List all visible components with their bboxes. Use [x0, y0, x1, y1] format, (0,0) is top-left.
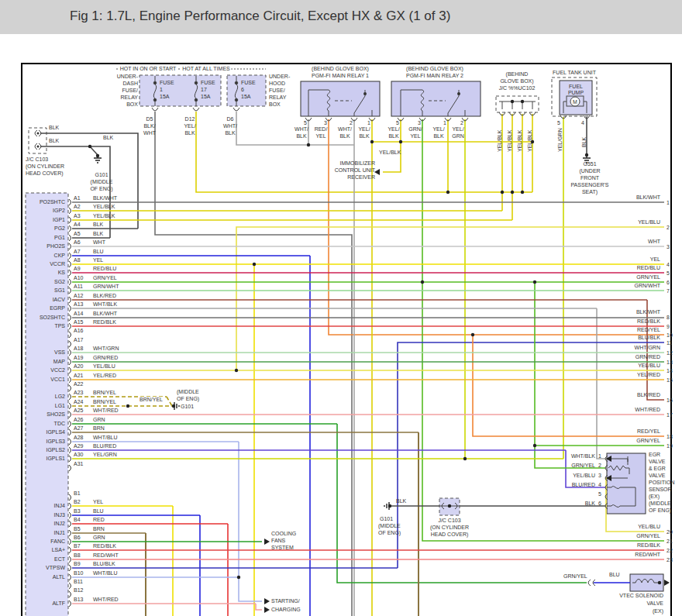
diagram-label: FRONT [580, 175, 599, 181]
ecm-pin-color-A20: YEL/BLU [93, 363, 115, 369]
ecm-pin-id-A22: A22 [74, 381, 83, 387]
junction-dot [88, 145, 91, 148]
ecm-pin-color-A29: BLU/RED [93, 443, 116, 449]
exit-wire-color-14: YEL/BLU [638, 363, 660, 368]
diagram-label: BLK [103, 135, 113, 140]
diagram-label: UNDER- [117, 74, 138, 79]
junction-dot [235, 369, 238, 372]
ecm-pin-color-A1: BLK/WHT [93, 195, 117, 201]
ecm-pin-name-B13: ALTF [52, 601, 65, 606]
exit-wire-color-19: GRN/YEL [636, 438, 660, 443]
diagram-label: RECEIVER [347, 174, 375, 180]
diagram-label: HEAD COVER) [26, 170, 64, 176]
ecm-pin-color-A10: GRN/YEL [93, 275, 117, 280]
ecm-pin-name-A3: IGP1 [53, 217, 65, 222]
arrow-right-icon [664, 580, 670, 586]
diagram-label: IMMOBILIZER [339, 160, 375, 166]
ecm-pin-name-A26: TDC [54, 421, 65, 426]
diagram-label: FUSE/ [122, 88, 138, 93]
exit-wire-number-14: 14 [666, 368, 673, 373]
diagram-label: BLK [359, 133, 369, 139]
ecm-pin-name-A11: SG1 [54, 287, 65, 293]
ecm-pin-bracket-A30 [69, 456, 71, 462]
diagram-label: GRN/YEL [563, 573, 587, 579]
exit-wire-number-16: 16 [666, 397, 673, 403]
ecm-pin-color-A14: BLK/WHT [93, 311, 117, 316]
ecm-pin-id-B5: B5 [74, 526, 81, 532]
diagram-label: J/C %%UC102 [499, 85, 536, 91]
exit-wire-number-13: 13 [666, 360, 673, 365]
wire-blk-wht [155, 112, 352, 616]
ecm-pin-bracket-A12 [69, 297, 71, 303]
diagram-label: YEL [315, 133, 326, 139]
diagram-label: YEL/BLK [497, 130, 502, 152]
wire-wht-blu [239, 442, 262, 601]
ecm-pin-bracket-B12 [69, 591, 71, 597]
ecm-pin-color-B6: GRN [93, 535, 105, 540]
ecm-pin-color-A27: BRN [93, 425, 105, 431]
ecm-pin-id-B6: B6 [74, 535, 81, 540]
ecm-pin-color-B4: RED [93, 517, 105, 522]
ecm-pin-id-B7: B7 [74, 543, 81, 549]
arrow-right-icon [264, 539, 270, 545]
exit-wire-color-22: RED/BLK [637, 542, 660, 548]
jc-c103-top-dot-1 [37, 132, 40, 135]
diagram-label: BLK [49, 125, 59, 130]
ecm-pin-bracket-A8 [69, 261, 71, 267]
diagram-label: VALVE [649, 473, 666, 478]
ecm-pin-id-A23: A23 [74, 390, 83, 395]
ecm-pin-id-B9: B9 [74, 561, 81, 566]
junction-dot [533, 444, 536, 447]
exit-wire-color-9: RED/BLK [637, 318, 660, 324]
ecm-pin-color-A25: WHT/RED [93, 408, 119, 413]
wire-yel-blk [383, 142, 401, 172]
junction-dot [521, 191, 524, 194]
diagram-label: FUSE [201, 80, 215, 85]
ecm-pin-id-A18: A18 [74, 346, 83, 351]
ecm-pin-color-A23: BRN/YEL [93, 390, 116, 395]
diagram-label: J/C C103 [438, 518, 460, 523]
junction-dot [370, 140, 374, 143]
ecm-pin-bracket-A23 [69, 394, 71, 400]
connector-arc [233, 108, 239, 111]
diagram-label: G551 [583, 161, 596, 167]
ecm-pin-bracket-A4 [69, 225, 71, 232]
ecm-pin-id-A31: A31 [74, 461, 83, 466]
diagram-label: CONTROL UNIT [335, 167, 375, 173]
diagram-label: DASH [123, 81, 138, 86]
diagram-label: FUEL TANK UNIT [553, 70, 596, 75]
diagram-label: BLK [581, 137, 587, 147]
diagram-label: YEL/ [388, 126, 399, 132]
ecm-pin-name-A5: PG1 [54, 235, 65, 240]
ecm-pin-bracket-A31 [69, 465, 71, 471]
diagram-label: WHT/ [294, 126, 308, 132]
diagram-label: BLK [388, 133, 398, 139]
diagram-label: YEL/ [452, 126, 463, 132]
ecm-pin-id-A7: A7 [74, 249, 81, 254]
junction-dot [237, 576, 240, 579]
diagram-label: 5 [304, 120, 307, 126]
ecm-pin-bracket-A7 [69, 253, 71, 259]
diagram-label: G101 [181, 404, 194, 409]
exit-wire-number-7: 7 [666, 288, 670, 294]
diagram-label: D12 [185, 116, 195, 122]
diagram-label: COOLING [271, 531, 296, 536]
diagram-label: 3 [418, 120, 421, 126]
ground-symbol [94, 156, 102, 163]
exit-wire-color-20: YEL/BLU [638, 524, 660, 529]
wire-wht-red [256, 604, 262, 610]
diagram-label: & EGR [649, 466, 666, 471]
ecm-pin-name-A30: IGPLS1 [46, 456, 65, 461]
exit-wire-color-21: GRN/YEL [636, 533, 660, 539]
ecm-pin-name-A9: KS [58, 270, 65, 275]
diagram-label: WHT/ [223, 123, 237, 129]
ecm-pin-color-B3: BLU [93, 508, 104, 514]
diagram-label: YEL [410, 133, 420, 139]
diagram-label: BLU [609, 572, 620, 577]
diagram-label: BLK/ [143, 123, 155, 129]
pgm-fi-main-relay-2 [391, 81, 480, 116]
diagram-label: UNDER- [269, 74, 290, 79]
jc-c103-top-dot-2 [37, 146, 40, 148]
ecm-pin-color-B9: BLU/BLK [93, 561, 115, 566]
diagram-label: 4 [581, 120, 584, 126]
